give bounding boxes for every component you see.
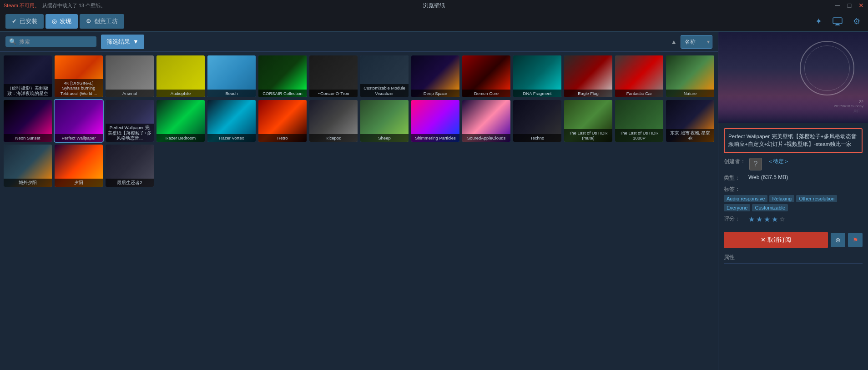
- tab-installed-label: 已安装: [20, 17, 37, 25]
- wallpaper-thumb[interactable]: Eagle Flag: [564, 55, 612, 97]
- maximize-button[interactable]: □: [846, 2, 853, 9]
- preview-clock: [800, 41, 854, 95]
- preview-clock-inner: [804, 45, 850, 91]
- tab-installed[interactable]: ✔ 已安装: [5, 14, 44, 29]
- wallpaper-thumb[interactable]: SouredAppleClouds: [462, 100, 510, 142]
- wallpaper-thumb[interactable]: The Last of Us HDR (mute): [564, 100, 612, 142]
- wallpaper-thumb[interactable]: Razer Vortex: [207, 100, 256, 142]
- toolbar: 🔍 筛选结果 ▼ ▲ 名称 评分 最新 已订阅: [0, 32, 718, 52]
- wallpaper-thumb[interactable]: 4K [ORIGINAL] Sylvanas burning Teldrassi…: [55, 55, 103, 97]
- app-title: 浏览壁纸: [423, 2, 445, 10]
- monitor-icon[interactable]: [832, 15, 843, 27]
- type-row: 类型： Web (637.5 MB): [724, 174, 863, 182]
- star-filled[interactable]: ★: [756, 215, 762, 224]
- sort-area: ▲ 名称 评分 最新 已订阅: [671, 35, 712, 49]
- wallpaper-thumb[interactable]: 最后生还者2: [106, 145, 154, 186]
- sidebar: 22 2017/6/18 Sunday 周日 ... Perfect Wallp…: [718, 32, 868, 370]
- wallpaper-thumb[interactable]: DNA Fragment: [513, 55, 561, 97]
- sort-select[interactable]: 名称 评分 最新 已订阅: [681, 35, 712, 49]
- wallpaper-thumb[interactable]: 东京 城市 夜晚 星空 4k: [666, 100, 714, 142]
- titlebar-controls: ─ □ ✕: [834, 2, 864, 9]
- nav-icons: ✦ ⚙: [812, 15, 863, 27]
- filter-icon: ▼: [133, 38, 139, 45]
- wallpaper-thumb[interactable]: Fantastic Car: [615, 55, 663, 97]
- creator-row: 创建者： ? ＜待定＞: [724, 158, 863, 170]
- workshop-icon: ⚙: [86, 18, 91, 25]
- wallpaper-thumb[interactable]: The Last of Us HDR 1080P: [615, 100, 663, 142]
- star-filled[interactable]: ★: [764, 215, 770, 224]
- minimize-button[interactable]: ─: [834, 2, 841, 9]
- sidebar-preview: 22 2017/6/18 Sunday 周日 ...: [718, 32, 868, 123]
- tags-row: 标签： Audio responsiveRelaxingOther resolu…: [724, 185, 863, 211]
- wallpaper-thumb[interactable]: Arsenal: [106, 55, 154, 97]
- wallpaper-thumb[interactable]: Ricepod: [309, 100, 358, 142]
- wallpaper-thumb[interactable]: Neon Sunset: [4, 100, 52, 142]
- star-outline[interactable]: ☆: [779, 215, 785, 223]
- wallpaper-thumb[interactable]: Deep Space: [411, 55, 459, 97]
- steam-warning-text: Steam 不可用。: [4, 2, 40, 9]
- settings-icon[interactable]: ⚙: [851, 15, 863, 27]
- creator-name: ＜待定＞: [767, 158, 789, 165]
- titlebar-left: Steam 不可用。 从缓存中载入了 13 个壁纸。: [4, 2, 106, 9]
- search-input[interactable]: [19, 39, 83, 45]
- wallpaper-thumb[interactable]: Beach: [207, 55, 256, 97]
- creator-label: 创建者：: [724, 158, 746, 165]
- wallpaper-thumb[interactable]: Perfect Wallpaper-完美壁纸【落樱粒子+多风格动态音...: [106, 100, 154, 142]
- creator-avatar: ?: [749, 158, 762, 170]
- tags-label: 标签：: [724, 185, 745, 193]
- wallpaper-thumb[interactable]: Techno: [513, 100, 561, 142]
- tag-item: Relaxing: [769, 195, 794, 202]
- search-box[interactable]: 🔍: [5, 36, 96, 47]
- wallpaper-thumb[interactable]: 夕阳: [55, 145, 103, 186]
- wand-icon[interactable]: ✦: [812, 15, 824, 27]
- close-button[interactable]: ✕: [858, 2, 864, 9]
- filter-button[interactable]: 筛选结果 ▼: [101, 35, 144, 49]
- stars-row: ★★★★☆: [748, 215, 785, 224]
- star-filled[interactable]: ★: [772, 215, 778, 224]
- flag-action-button[interactable]: ⚑: [848, 233, 863, 247]
- content-area: 🔍 筛选结果 ▼ ▲ 名称 评分 最新 已订阅: [0, 32, 718, 370]
- wallpaper-thumb[interactable]: 城外夕阳: [4, 145, 52, 186]
- tag-item: Audio responsive: [724, 195, 767, 202]
- rating-label: 评分：: [724, 215, 745, 223]
- search-icon: 🔍: [9, 38, 16, 45]
- unsubscribe-button[interactable]: ✕ 取消订阅: [724, 232, 828, 248]
- tag-item: Everyone: [724, 204, 750, 211]
- tags-container: Audio responsiveRelaxingOther resolution…: [724, 195, 863, 211]
- tag-item: Customizable: [752, 204, 788, 211]
- wallpaper-thumb[interactable]: ~Corsair-O-Tron: [309, 55, 358, 97]
- wallpaper-thumb[interactable]: Retro: [258, 100, 307, 142]
- wallpaper-thumb[interactable]: Sheep: [360, 100, 409, 142]
- wallpaper-thumb[interactable]: Customizable Module Visualizer: [360, 55, 409, 97]
- sidebar-info: Perfect Wallpaper-完美壁纸【落樱粒子+多风格动态音频响应+自定…: [718, 123, 868, 370]
- wallpaper-thumb[interactable]: CORSAIR Collection: [258, 55, 307, 97]
- sort-select-wrap: 名称 评分 最新 已订阅: [681, 35, 712, 49]
- installed-icon: ✔: [12, 18, 17, 25]
- svg-rect-0: [833, 18, 842, 24]
- preview-mountains: [718, 95, 868, 123]
- tab-workshop-label: 创意工坊: [94, 17, 118, 25]
- filter-label: 筛选结果: [106, 38, 130, 46]
- titlebar: Steam 不可用。 从缓存中载入了 13 个壁纸。 浏览壁纸 ─ □ ✕: [0, 0, 868, 11]
- wallpaper-thumb[interactable]: Perfect Wallpaper: [55, 100, 103, 142]
- type-value: Web (637.5 MB): [748, 174, 863, 180]
- steam-info-text: 从缓存中载入了 13 个壁纸。: [42, 2, 106, 9]
- type-label: 类型：: [724, 174, 745, 182]
- wallpaper-thumb[interactable]: （延时摄影）美到极致：海洋夜晚的星空: [4, 55, 52, 97]
- wallpaper-thumb[interactable]: Razer Bedroom: [156, 100, 205, 142]
- wallpaper-thumb[interactable]: Shimmering Particles: [411, 100, 459, 142]
- wallpaper-thumb[interactable]: Demon Core: [462, 55, 510, 97]
- wallpaper-thumb[interactable]: Audiophile: [156, 55, 205, 97]
- tag-item: Other resolution: [796, 195, 837, 202]
- star-filled[interactable]: ★: [748, 215, 755, 224]
- sort-up-icon[interactable]: ▲: [671, 38, 677, 45]
- discover-icon: ◎: [52, 18, 57, 25]
- steam-action-button[interactable]: ⊛: [831, 233, 845, 247]
- tab-workshop[interactable]: ⚙ 创意工坊: [80, 14, 124, 29]
- tab-discover[interactable]: ◎ 发现: [45, 14, 78, 29]
- main-layout: 🔍 筛选结果 ▼ ▲ 名称 评分 最新 已订阅: [0, 32, 868, 370]
- navbar: ✔ 已安装 ◎ 发现 ⚙ 创意工坊 ✦ ⚙: [0, 11, 868, 32]
- wallpaper-thumb[interactable]: Nature: [666, 55, 714, 97]
- wallpaper-title-text: Perfect Wallpaper-完美壁纸【落樱粒子+多风格动态音频响应+自定…: [728, 134, 857, 147]
- unsubscribe-label: ✕ 取消订阅: [761, 236, 791, 244]
